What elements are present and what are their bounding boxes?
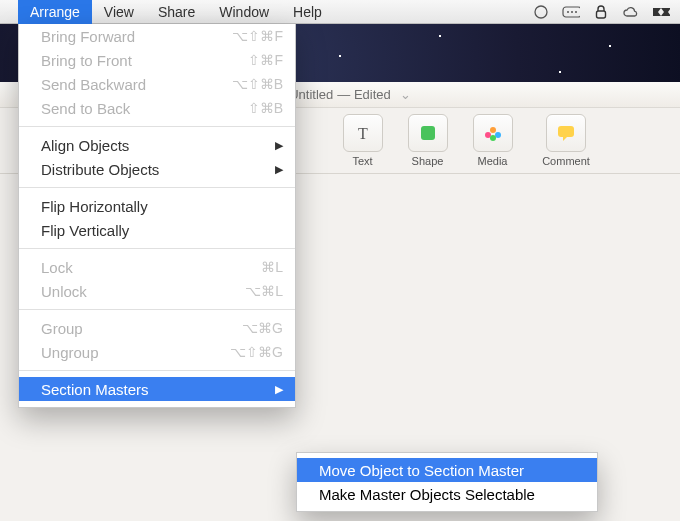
- comment-icon: [546, 114, 586, 152]
- media-icon: [473, 114, 513, 152]
- circle-icon[interactable]: [532, 3, 550, 21]
- submenu-make-selectable[interactable]: Make Master Objects Selectable: [297, 482, 597, 506]
- text-icon: T: [343, 114, 383, 152]
- svg-text:T: T: [358, 125, 368, 142]
- svg-point-2: [567, 11, 569, 13]
- toolbar-comment[interactable]: Comment: [530, 114, 602, 167]
- menubar-item-share[interactable]: Share: [146, 0, 207, 24]
- ellipsis-icon[interactable]: [562, 3, 580, 21]
- shape-icon: [408, 114, 448, 152]
- menu-separator: [19, 370, 295, 371]
- menubar-extras: [532, 3, 680, 21]
- menubar-item-view[interactable]: View: [92, 0, 146, 24]
- svg-point-4: [575, 11, 577, 13]
- menu-separator: [19, 126, 295, 127]
- submenu-move-to-master[interactable]: Move Object to Section Master: [297, 458, 597, 482]
- menubar-item-window[interactable]: Window: [207, 0, 281, 24]
- svg-rect-7: [421, 126, 435, 140]
- toolbar-media[interactable]: Media: [465, 114, 520, 167]
- menu-ungroup: Ungroup⌥⇧⌘G: [19, 340, 295, 364]
- menu-bring-to-front: Bring to Front⇧⌘F: [19, 48, 295, 72]
- toolbar-shape-label: Shape: [400, 155, 455, 167]
- svg-point-10: [495, 132, 501, 138]
- menu-flip-vertically[interactable]: Flip Vertically: [19, 218, 295, 242]
- menu-unlock: Unlock⌥⌘L: [19, 279, 295, 303]
- menu-group: Group⌥⌘G: [19, 316, 295, 340]
- submenu-arrow-icon: ▶: [275, 163, 283, 176]
- menubar-item-arrange[interactable]: Arrange: [18, 0, 92, 24]
- toolbar-text-label: Text: [335, 155, 390, 167]
- svg-rect-5: [597, 11, 606, 18]
- menu-send-to-back: Send to Back⇧⌘B: [19, 96, 295, 120]
- svg-rect-12: [558, 126, 574, 137]
- menu-separator: [19, 187, 295, 188]
- cloud-icon[interactable]: [622, 3, 640, 21]
- section-masters-submenu: Move Object to Section Master Make Maste…: [296, 452, 598, 512]
- toolbar-shape[interactable]: Shape: [400, 114, 455, 167]
- menubar: Arrange View Share Window Help: [0, 0, 680, 24]
- submenu-arrow-icon: ▶: [275, 383, 283, 396]
- menu-align-objects[interactable]: Align Objects▶: [19, 133, 295, 157]
- svg-point-11: [490, 135, 496, 141]
- menu-lock: Lock⌘L: [19, 255, 295, 279]
- toolbar-media-label: Media: [465, 155, 520, 167]
- menu-send-backward: Send Backward⌥⇧⌘B: [19, 72, 295, 96]
- menu-bring-forward: Bring Forward⌥⇧⌘F: [19, 24, 295, 48]
- svg-point-9: [485, 132, 491, 138]
- menu-section-masters[interactable]: Section Masters▶: [19, 377, 295, 401]
- flag-icon[interactable]: [652, 3, 670, 21]
- svg-point-3: [571, 11, 573, 13]
- submenu-arrow-icon: ▶: [275, 139, 283, 152]
- menubar-item-help[interactable]: Help: [281, 0, 334, 24]
- menu-separator: [19, 309, 295, 310]
- svg-point-0: [535, 6, 547, 18]
- menu-flip-horizontally[interactable]: Flip Horizontally: [19, 194, 295, 218]
- menu-separator: [19, 248, 295, 249]
- edited-indicator: — Edited: [337, 87, 390, 102]
- lock-icon[interactable]: [592, 3, 610, 21]
- arrange-menu: Bring Forward⌥⇧⌘F Bring to Front⇧⌘F Send…: [18, 24, 296, 408]
- svg-point-8: [490, 127, 496, 133]
- menu-distribute-objects[interactable]: Distribute Objects▶: [19, 157, 295, 181]
- toolbar-comment-label: Comment: [530, 155, 602, 167]
- chevron-down-icon[interactable]: ⌄: [400, 87, 411, 102]
- toolbar-text[interactable]: T Text: [335, 114, 390, 167]
